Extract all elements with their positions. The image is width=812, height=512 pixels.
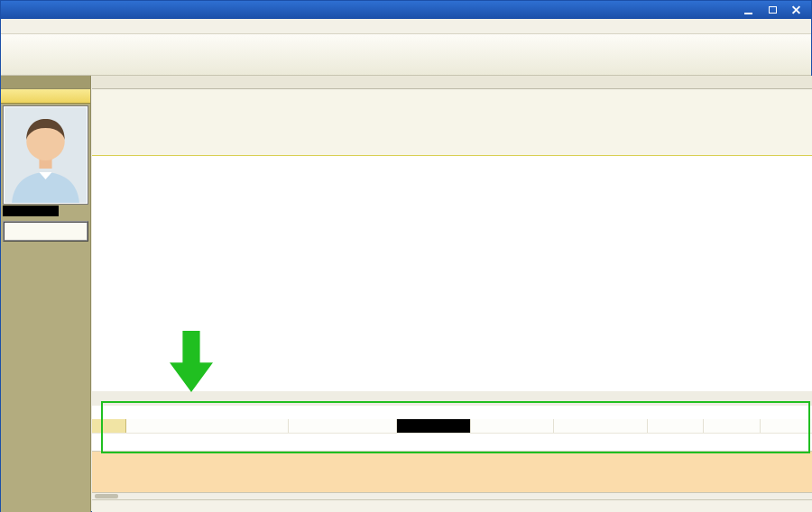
menu-bar xyxy=(1,19,811,34)
archive-tab-strip xyxy=(92,76,812,89)
detail-tab-strip xyxy=(92,391,812,406)
istruttore-cell xyxy=(761,419,812,433)
signature-box xyxy=(3,221,88,242)
lower-panel-background xyxy=(92,452,812,492)
scrollbar-thumb[interactable] xyxy=(95,494,118,498)
marca-operativa-cell xyxy=(471,419,554,433)
window-controls xyxy=(737,3,807,17)
no-video-label xyxy=(3,206,59,216)
main-area xyxy=(92,76,812,512)
profile-photo xyxy=(3,105,88,205)
maximize-button[interactable] xyxy=(761,3,783,17)
close-button[interactable] xyxy=(786,3,807,17)
sede-cell xyxy=(126,419,289,433)
horizontal-scrollbar[interactable] xyxy=(92,492,812,500)
app-window xyxy=(0,0,812,512)
data-marca-operativa-cell xyxy=(554,419,648,433)
titlebar xyxy=(1,1,811,19)
app-icon xyxy=(5,5,16,16)
data-fine-cell xyxy=(704,419,761,433)
pratica-cell xyxy=(289,419,397,433)
row-number xyxy=(92,419,126,433)
status-bar xyxy=(92,500,812,512)
pratiche-svolte-grid xyxy=(92,406,812,452)
anagrafica-grid xyxy=(92,156,812,391)
sidebar-mini-toolbar xyxy=(1,76,90,89)
classificazione-cell-selected[interactable] xyxy=(397,419,471,433)
minimize-button[interactable] xyxy=(737,3,759,17)
grid-header-row xyxy=(92,406,812,419)
action-button-rows xyxy=(92,89,812,156)
data-inizio-cell xyxy=(648,419,704,433)
anagrafica-sidebar xyxy=(1,76,91,512)
instructor-icon xyxy=(763,421,774,432)
grid-empty-area xyxy=(92,434,812,451)
tab-scheda-anagrafica[interactable] xyxy=(1,89,90,104)
grid-header-row xyxy=(92,156,812,169)
main-toolbar xyxy=(1,34,811,76)
table-row[interactable] xyxy=(92,419,812,434)
